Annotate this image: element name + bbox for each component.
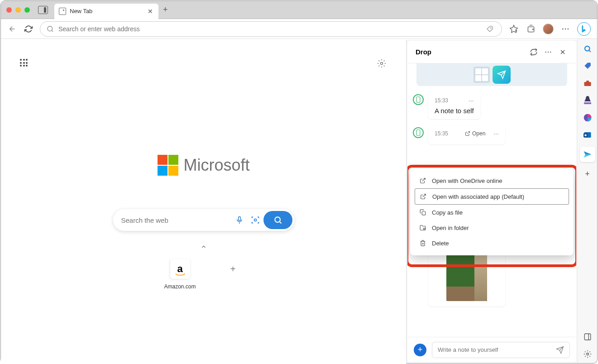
quicklink-amazon[interactable]: a Amazon.com bbox=[164, 259, 196, 290]
svg-point-11 bbox=[548, 51, 549, 52]
quick-links-row: a Amazon.com + bbox=[164, 259, 243, 290]
device-icon bbox=[413, 127, 424, 138]
drop-message-note: 15:33 ··· A note to self bbox=[413, 92, 571, 119]
svg-point-6 bbox=[381, 62, 383, 65]
sidebar-m365-button[interactable] bbox=[582, 112, 593, 123]
tab-overview-button[interactable] bbox=[38, 6, 48, 14]
folder-icon bbox=[419, 224, 426, 231]
svg-rect-14 bbox=[416, 130, 420, 135]
sidebar-collapse-button[interactable] bbox=[582, 331, 593, 342]
add-attachment-button[interactable]: + bbox=[414, 344, 426, 356]
sidebar-add-button[interactable]: + bbox=[582, 168, 593, 179]
ctx-delete[interactable]: Delete bbox=[415, 235, 569, 251]
ntp-search-input[interactable] bbox=[121, 216, 232, 224]
drop-message-file: 15:35 Open ··· bbox=[413, 125, 571, 144]
window-titlebar: New Tab ✕ + bbox=[1, 1, 597, 19]
close-tab-button[interactable]: ✕ bbox=[147, 8, 154, 15]
ctx-open-folder[interactable]: Open in folder bbox=[415, 220, 569, 235]
search-icon bbox=[47, 25, 54, 33]
copy-icon bbox=[419, 209, 426, 216]
drop-header: Drop bbox=[407, 41, 576, 63]
ctx-open-default-app[interactable]: Open with associated app (Default) bbox=[415, 188, 569, 205]
drop-compose-row: + bbox=[407, 337, 576, 362]
new-tab-button[interactable]: + bbox=[163, 5, 168, 14]
collections-button[interactable] bbox=[526, 24, 536, 34]
edge-sidebar: + bbox=[577, 39, 597, 364]
browser-tab[interactable]: New Tab ✕ bbox=[54, 4, 158, 19]
favorites-button[interactable] bbox=[508, 24, 519, 34]
svg-rect-15 bbox=[422, 211, 426, 215]
svg-point-1 bbox=[491, 28, 492, 29]
file-context-menu: Open with OneDrive online Open with asso… bbox=[410, 168, 574, 255]
close-drop-button[interactable] bbox=[557, 47, 568, 57]
message-more-button[interactable]: ··· bbox=[469, 97, 474, 104]
more-menu-button[interactable] bbox=[560, 24, 571, 34]
sidebar-games-button[interactable] bbox=[582, 95, 593, 106]
sidebar-settings-button[interactable] bbox=[582, 349, 593, 359]
tab-title: New Tab bbox=[70, 8, 143, 14]
svg-rect-20 bbox=[584, 102, 591, 104]
svg-rect-13 bbox=[416, 97, 420, 102]
svg-rect-7 bbox=[238, 217, 240, 221]
open-file-button[interactable]: Open bbox=[465, 130, 485, 137]
microsoft-logo: Microsoft bbox=[157, 155, 249, 176]
ctx-copy-file[interactable]: Copy as file bbox=[415, 205, 569, 220]
send-note-button[interactable] bbox=[556, 346, 564, 354]
minimize-window-button[interactable] bbox=[15, 7, 21, 13]
sidebar-outlook-button[interactable] bbox=[582, 129, 593, 140]
device-icon bbox=[413, 94, 424, 105]
drop-compose-input-wrap[interactable] bbox=[432, 342, 570, 358]
svg-point-23 bbox=[584, 134, 587, 137]
svg-point-5 bbox=[568, 28, 569, 29]
maximize-window-button[interactable] bbox=[24, 7, 30, 13]
bing-chat-button[interactable] bbox=[577, 22, 591, 36]
open-external-icon bbox=[419, 177, 426, 184]
svg-point-16 bbox=[423, 228, 425, 230]
sync-button[interactable] bbox=[528, 47, 539, 57]
open-external-icon bbox=[420, 193, 427, 200]
quicklink-label: Amazon.com bbox=[164, 283, 196, 290]
drop-title: Drop bbox=[416, 48, 525, 56]
add-quicklink-button[interactable]: + bbox=[223, 259, 243, 279]
message-more-button[interactable]: ··· bbox=[493, 130, 499, 137]
svg-point-8 bbox=[254, 219, 256, 221]
address-bar[interactable] bbox=[40, 21, 502, 37]
sidebar-shopping-button[interactable] bbox=[582, 61, 593, 72]
ntp-search-box[interactable] bbox=[113, 209, 294, 231]
image-search-button[interactable] bbox=[251, 216, 260, 225]
expand-quicklinks-button[interactable] bbox=[201, 244, 207, 250]
svg-point-4 bbox=[565, 28, 566, 29]
back-button[interactable] bbox=[7, 24, 17, 34]
close-window-button[interactable] bbox=[6, 7, 12, 13]
svg-point-12 bbox=[550, 51, 551, 52]
sidebar-drop-button[interactable] bbox=[580, 147, 595, 162]
search-submit-button[interactable] bbox=[263, 211, 292, 229]
message-text: A note to self bbox=[435, 107, 474, 115]
new-tab-page: Microsoft a Amazon.com bbox=[1, 39, 406, 364]
send-icon bbox=[493, 66, 511, 84]
drop-onboarding-preview bbox=[416, 63, 567, 86]
profile-avatar[interactable] bbox=[543, 24, 554, 34]
address-input[interactable] bbox=[58, 25, 480, 33]
sidebar-tools-button[interactable] bbox=[582, 78, 593, 89]
voice-search-button[interactable] bbox=[235, 215, 244, 225]
svg-point-0 bbox=[48, 26, 53, 31]
browser-toolbar bbox=[1, 19, 597, 39]
apps-launcher-button[interactable] bbox=[20, 59, 28, 67]
drop-panel: Drop bbox=[406, 40, 577, 363]
svg-point-10 bbox=[545, 51, 546, 52]
svg-point-9 bbox=[275, 217, 280, 222]
ctx-open-onedrive[interactable]: Open with OneDrive online bbox=[415, 173, 569, 188]
refresh-button[interactable] bbox=[24, 24, 33, 34]
drop-more-button[interactable] bbox=[543, 47, 554, 57]
svg-point-3 bbox=[562, 28, 564, 29]
svg-point-25 bbox=[586, 353, 588, 355]
microsoft-wordmark: Microsoft bbox=[183, 156, 249, 175]
message-time: 15:35 bbox=[435, 130, 448, 137]
drop-compose-input[interactable] bbox=[438, 346, 556, 353]
sidebar-search-button[interactable] bbox=[582, 43, 593, 54]
page-settings-button[interactable] bbox=[377, 59, 386, 68]
shopping-tag-icon[interactable] bbox=[484, 24, 495, 34]
svg-rect-24 bbox=[584, 334, 591, 340]
traffic-lights bbox=[6, 7, 30, 13]
